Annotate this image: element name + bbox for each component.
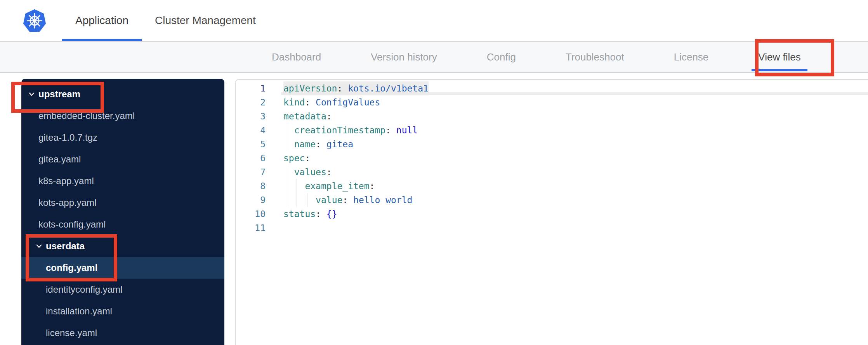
- view-files-content: upstreamembedded-cluster.yamlgitea-1.0.7…: [0, 74, 868, 345]
- tab-view-files[interactable]: View files: [758, 42, 800, 72]
- top-navbar: Application Cluster Management: [0, 0, 868, 42]
- tree-item-kots-app.yaml[interactable]: kots-app.yaml: [21, 192, 224, 214]
- line-number: 6: [236, 151, 266, 165]
- line-number: 8: [236, 179, 266, 193]
- tab-config[interactable]: Config: [487, 42, 516, 72]
- code-line[interactable]: 11: [236, 221, 868, 235]
- line-number: 5: [236, 137, 266, 151]
- tree-item-label: license.yaml: [46, 328, 97, 338]
- tree-item-label: k8s-app.yaml: [38, 176, 94, 186]
- tree-item-config.yaml[interactable]: config.yaml: [21, 257, 224, 279]
- code-line[interactable]: 8 example_item:: [236, 179, 868, 193]
- line-number: 11: [236, 221, 266, 235]
- tree-item-userdata[interactable]: userdata: [21, 235, 224, 257]
- tree-item-label: kots-config.yaml: [38, 219, 106, 230]
- tree-item-label: installation.yaml: [46, 306, 112, 317]
- tree-item-gitea.yaml[interactable]: gitea.yaml: [21, 148, 224, 170]
- tab-version-history-label: Version history: [371, 51, 437, 63]
- tree-item-gitea-1.0.7.tgz[interactable]: gitea-1.0.7.tgz: [21, 127, 224, 148]
- tree-item-label: kots-app.yaml: [38, 197, 96, 208]
- tree-item-embedded-cluster.yaml[interactable]: embedded-cluster.yaml: [21, 105, 224, 127]
- code-text: kind: ConfigValues: [283, 95, 380, 109]
- chevron-down-icon: [36, 244, 42, 248]
- line-number: 1: [236, 81, 266, 95]
- tab-version-history[interactable]: Version history: [371, 42, 437, 72]
- tab-application[interactable]: Application: [62, 0, 142, 41]
- line-number: 10: [236, 207, 266, 221]
- tree-item-label: config.yaml: [46, 262, 97, 273]
- tab-config-label: Config: [487, 51, 516, 63]
- tab-cluster-management[interactable]: Cluster Management: [142, 0, 269, 41]
- code-text: apiVersion: kots.io/v1beta1: [283, 81, 429, 95]
- tree-item-label: embedded-cluster.yaml: [38, 110, 135, 121]
- code-text: spec:: [283, 151, 310, 165]
- code-editor[interactable]: 1apiVersion: kots.io/v1beta12kind: Confi…: [235, 79, 868, 345]
- code-text: name: gitea: [283, 137, 353, 151]
- code-text: example_item:: [283, 179, 375, 193]
- code-line[interactable]: 7 values:: [236, 165, 868, 179]
- code-text: metadata:: [283, 109, 332, 123]
- tab-cluster-management-label: Cluster Management: [155, 14, 256, 27]
- line-number: 4: [236, 123, 266, 137]
- tree-item-license.yaml[interactable]: license.yaml: [21, 322, 224, 344]
- tab-application-label: Application: [75, 14, 128, 27]
- code-line[interactable]: 5 name: gitea: [236, 137, 868, 151]
- tree-item-label: userdata: [46, 241, 85, 252]
- code-text: creationTimestamp: null: [283, 123, 418, 137]
- tree-item-kots-config.yaml[interactable]: kots-config.yaml: [21, 214, 224, 235]
- code-line[interactable]: 4 creationTimestamp: null: [236, 123, 868, 137]
- tab-troubleshoot-label: Troubleshoot: [566, 51, 624, 63]
- chevron-down-icon: [29, 92, 35, 96]
- code-line[interactable]: 3metadata:: [236, 109, 868, 123]
- tab-dashboard-label: Dashboard: [272, 51, 321, 63]
- line-number: 9: [236, 193, 266, 207]
- tab-license[interactable]: License: [674, 42, 709, 72]
- code-line[interactable]: 6spec:: [236, 151, 868, 165]
- tab-license-label: License: [674, 51, 709, 63]
- tree-item-label: gitea.yaml: [38, 154, 81, 165]
- tree-item-label: identityconfig.yaml: [46, 284, 122, 295]
- line-number: 7: [236, 165, 266, 179]
- tree-item-installation.yaml[interactable]: installation.yaml: [21, 300, 224, 322]
- top-nav-tabs: Application Cluster Management: [62, 0, 269, 41]
- tab-view-files-label: View files: [758, 51, 800, 63]
- tree-item-identityconfig.yaml[interactable]: identityconfig.yaml: [21, 279, 224, 300]
- code-line[interactable]: 1apiVersion: kots.io/v1beta1: [236, 81, 868, 95]
- code-text: status: {}: [283, 207, 337, 221]
- code-line[interactable]: 2kind: ConfigValues: [236, 95, 868, 109]
- code-line[interactable]: 9 value: hello world: [236, 193, 868, 207]
- line-number: 3: [236, 109, 266, 123]
- tab-troubleshoot[interactable]: Troubleshoot: [566, 42, 624, 72]
- code-text: values:: [283, 165, 332, 179]
- code-text: value: hello world: [283, 193, 412, 207]
- kubernetes-logo: [23, 9, 46, 33]
- kots-admin-console: { "header": { "tabs": [ {"label": "Appli…: [0, 0, 868, 345]
- tree-item-label: upstream: [38, 89, 80, 100]
- line-number: 2: [236, 95, 266, 109]
- tree-item-upstream[interactable]: upstream: [21, 83, 224, 105]
- tree-item-label: gitea-1.0.7.tgz: [38, 132, 97, 143]
- app-subnav: Dashboard Version history Config Trouble…: [0, 42, 868, 73]
- code-line[interactable]: 10status: {}: [236, 207, 868, 221]
- tree-item-k8s-app.yaml[interactable]: k8s-app.yaml: [21, 170, 224, 192]
- file-tree: upstreamembedded-cluster.yamlgitea-1.0.7…: [21, 79, 224, 345]
- tab-dashboard[interactable]: Dashboard: [272, 42, 321, 72]
